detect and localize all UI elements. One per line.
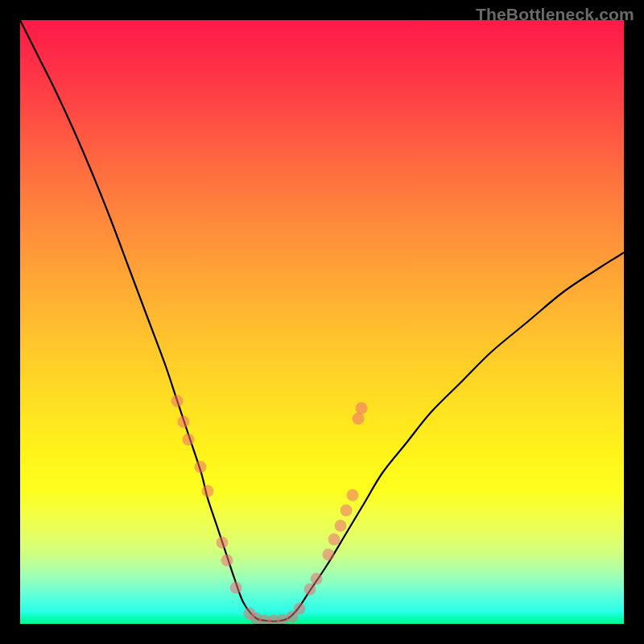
watermark-text: TheBottleneck.com [476,5,634,24]
heat-gradient-background [20,20,624,624]
chart-frame: TheBottleneck.com [0,0,644,644]
plot-area [20,20,624,624]
